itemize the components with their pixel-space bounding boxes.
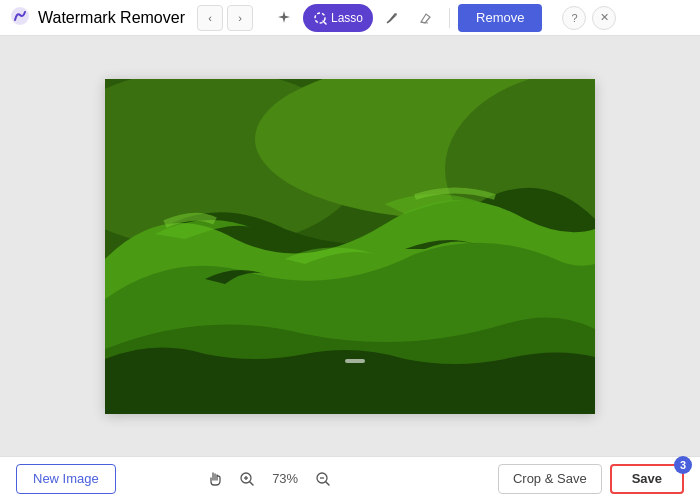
app-title: Watermark Remover (38, 9, 185, 27)
remove-button[interactable]: Remove (458, 4, 542, 32)
save-button-wrapper: Save 3 (610, 464, 684, 494)
svg-rect-8 (345, 359, 365, 363)
lasso-label: Lasso (331, 11, 363, 25)
bottombar: New Image 73% Crop & Save (0, 456, 700, 500)
help-button[interactable]: ? (562, 6, 586, 30)
titlebar: Watermark Remover ‹ › Lasso (0, 0, 700, 36)
lasso-tool-button[interactable]: Lasso (303, 4, 373, 32)
pen-tool-button[interactable] (377, 4, 407, 32)
window-controls: ? ✕ (562, 6, 616, 30)
close-button[interactable]: ✕ (592, 6, 616, 30)
app-logo-icon (10, 6, 30, 30)
save-button[interactable]: Save (610, 464, 684, 494)
svg-line-15 (326, 482, 329, 485)
forward-button[interactable]: › (227, 5, 253, 31)
save-badge: 3 (674, 456, 692, 474)
zoom-controls: 73% (203, 467, 335, 491)
nav-buttons: ‹ › (197, 5, 253, 31)
toolbar-divider (449, 8, 450, 28)
svg-line-12 (250, 482, 253, 485)
zoom-out-button[interactable] (311, 467, 335, 491)
magic-tool-button[interactable] (269, 4, 299, 32)
eraser-tool-button[interactable] (411, 4, 441, 32)
canvas-area (0, 36, 700, 456)
zoom-in-button[interactable] (235, 467, 259, 491)
svg-line-2 (323, 21, 326, 24)
bottom-right-actions: Crop & Save Save 3 (498, 464, 684, 494)
back-button[interactable]: ‹ (197, 5, 223, 31)
hand-tool-button[interactable] (203, 467, 227, 491)
image-container (105, 79, 595, 414)
toolbar: Lasso Remove (269, 4, 542, 32)
zoom-level: 73% (267, 471, 303, 486)
crop-save-button[interactable]: Crop & Save (498, 464, 602, 494)
main-image (105, 79, 595, 414)
new-image-button[interactable]: New Image (16, 464, 116, 494)
